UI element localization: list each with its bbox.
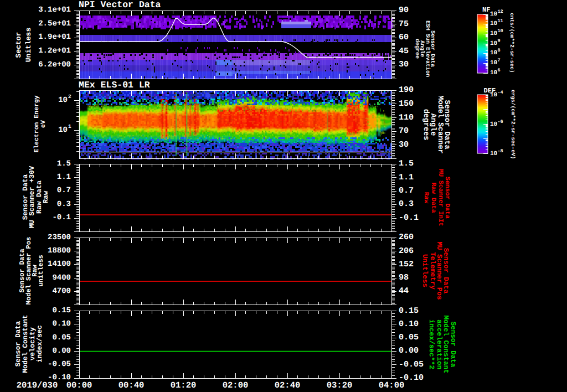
svg-text:3.1e+01: 3.1e+01 — [38, 6, 71, 14]
svg-text:98: 98 — [399, 273, 409, 282]
svg-text:Unitless: Unitless — [24, 28, 33, 63]
svg-text:10: 10 — [490, 92, 497, 99]
svg-text:Sensor Data: Sensor Data — [449, 322, 457, 368]
svg-text:acceleration: acceleration — [435, 319, 443, 369]
svg-text:Unitless: Unitless — [421, 254, 429, 287]
svg-text:260: 260 — [399, 233, 414, 242]
svg-text:-0.1: -0.1 — [52, 213, 71, 222]
svg-text:2.5e+01: 2.5e+01 — [38, 19, 71, 28]
svg-text:04:00: 04:00 — [379, 380, 405, 390]
svg-text:degrees: degrees — [421, 109, 430, 141]
svg-text:00:00: 00:00 — [66, 380, 92, 390]
svg-text:incex/sec**2: incex/sec**2 — [427, 319, 435, 369]
svg-text:30: 30 — [399, 140, 409, 149]
svg-text:cnts/(cm**2-sr-sec): cnts/(cm**2-sr-sec) — [509, 13, 515, 73]
svg-text:Raw: Raw — [42, 190, 50, 203]
svg-text:index/sec: index/sec — [36, 325, 44, 363]
svg-text:10: 10 — [498, 28, 503, 34]
svg-text:6: 6 — [498, 68, 501, 73]
svg-text:10: 10 — [490, 60, 497, 66]
svg-text:10: 10 — [58, 96, 68, 105]
svg-text:0.7: 0.7 — [57, 186, 71, 195]
svg-text:-4: -4 — [498, 90, 503, 95]
svg-text:MU Scanner InIt: MU Scanner InIt — [437, 169, 444, 226]
svg-text:degree: degree — [414, 39, 420, 59]
svg-text:unitless: unitless — [37, 255, 45, 287]
svg-text:11: 11 — [498, 18, 503, 24]
svg-text:8: 8 — [498, 48, 501, 53]
svg-text:10: 10 — [490, 40, 497, 47]
svg-text:0.3: 0.3 — [57, 200, 71, 209]
svg-text:MEx ELS-01 LR: MEx ELS-01 LR — [79, 80, 150, 90]
svg-text:Model Constant: Model Constant — [22, 314, 29, 373]
svg-text:10: 10 — [490, 11, 497, 18]
svg-text:0.00: 0.00 — [399, 346, 419, 355]
svg-text:-6: -6 — [498, 119, 503, 125]
svg-text:01:20: 01:20 — [171, 380, 197, 390]
svg-text:30: 30 — [399, 60, 409, 69]
svg-text:6.2e+00: 6.2e+00 — [38, 60, 71, 69]
svg-text:NPI Vector Data: NPI Vector Data — [79, 0, 161, 10]
svg-text:03:20: 03:20 — [327, 380, 353, 390]
svg-text:velocity: velocity — [29, 327, 37, 360]
svg-text:0.10: 0.10 — [52, 319, 71, 328]
svg-text:0.15: 0.15 — [52, 306, 71, 315]
svg-text:10: 10 — [490, 50, 497, 56]
svg-text:0.10: 0.10 — [399, 319, 419, 329]
svg-text:45: 45 — [399, 47, 409, 56]
svg-text:70: 70 — [399, 126, 409, 136]
svg-text:1.5: 1.5 — [399, 159, 414, 168]
svg-text:60: 60 — [399, 33, 409, 42]
svg-text:18800: 18800 — [48, 246, 71, 255]
svg-text:10: 10 — [490, 20, 497, 27]
svg-text:0.05: 0.05 — [399, 333, 419, 342]
svg-text:0.15: 0.15 — [399, 306, 419, 316]
svg-text:0.00: 0.00 — [52, 347, 71, 355]
svg-text:152: 152 — [399, 260, 414, 269]
svg-text:4700: 4700 — [52, 287, 71, 296]
svg-text:1.1: 1.1 — [57, 173, 71, 182]
svg-text:1.5: 1.5 — [57, 159, 71, 168]
svg-text:Telemetry: Telemetry — [429, 252, 436, 290]
svg-text:10: 10 — [490, 70, 497, 76]
svg-text:0.3: 0.3 — [399, 199, 414, 209]
svg-text:2019/030: 2019/030 — [17, 380, 58, 390]
svg-text:0.7: 0.7 — [399, 186, 414, 195]
svg-text:12: 12 — [498, 9, 503, 14]
svg-text:2: 2 — [68, 94, 71, 100]
svg-text:9: 9 — [498, 38, 501, 44]
svg-text:eV: eV — [40, 120, 47, 128]
svg-text:Sector: Sector — [14, 32, 23, 58]
svg-text:02:40: 02:40 — [275, 380, 301, 390]
svg-text:-8: -8 — [498, 148, 503, 154]
svg-text:1.2e+01: 1.2e+01 — [38, 47, 71, 55]
svg-text:7: 7 — [498, 58, 501, 63]
svg-text:14100: 14100 — [48, 260, 71, 269]
svg-text:Raw Data: Raw Data — [430, 182, 437, 213]
svg-text:1.9e+01: 1.9e+01 — [38, 33, 71, 42]
svg-text:10: 10 — [490, 151, 497, 157]
svg-text:190: 190 — [399, 85, 414, 95]
svg-text:23500: 23500 — [48, 233, 71, 242]
svg-text:10: 10 — [58, 126, 68, 135]
svg-text:110: 110 — [399, 113, 414, 122]
svg-text:0.05: 0.05 — [52, 333, 71, 342]
svg-text:ergs/(cm**2-sr-sec-eV): ergs/(cm**2-sr-sec-eV) — [510, 90, 516, 159]
svg-text:75: 75 — [399, 19, 409, 29]
svg-text:02:00: 02:00 — [223, 380, 249, 390]
svg-text:1.1: 1.1 — [399, 173, 414, 182]
svg-text:00:40: 00:40 — [118, 380, 145, 390]
svg-text:9400: 9400 — [52, 274, 71, 282]
svg-text:90: 90 — [399, 6, 409, 15]
svg-text:NF: NF — [482, 6, 490, 14]
svg-text:10: 10 — [490, 30, 497, 37]
svg-text:206: 206 — [399, 246, 414, 256]
svg-text:-0.05: -0.05 — [48, 360, 71, 369]
svg-text:150: 150 — [399, 99, 414, 109]
svg-text:1: 1 — [68, 123, 71, 130]
svg-text:44: 44 — [399, 286, 409, 296]
svg-text:-0.05: -0.05 — [399, 360, 424, 369]
svg-text:Raw: Raw — [422, 192, 430, 204]
svg-text:10: 10 — [490, 121, 497, 128]
svg-text:-0.1: -0.1 — [399, 213, 419, 223]
